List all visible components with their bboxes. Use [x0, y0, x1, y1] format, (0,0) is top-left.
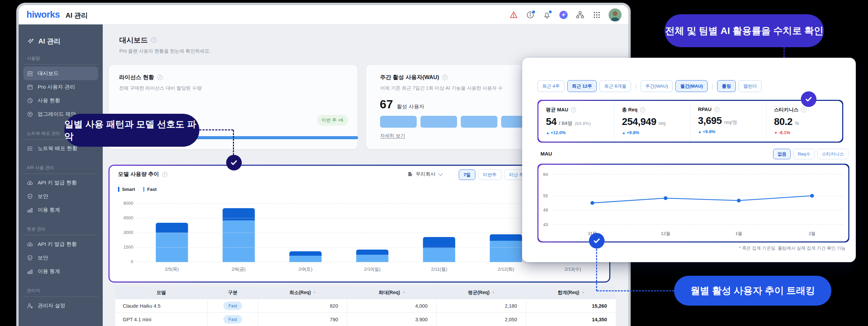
section-label: 관리자 [23, 286, 98, 297]
stat-label: 총 Req [622, 107, 690, 113]
sidebar-item-usage-status[interactable]: 사용 현황 [23, 94, 98, 107]
sidebar-item-security[interactable]: 보안 [23, 189, 98, 203]
col-max-sort[interactable]: 최대(Req) [347, 286, 437, 299]
check-badge [226, 155, 242, 170]
col-avg-sort[interactable]: 평균(Req) [437, 286, 526, 299]
check-badge [589, 233, 605, 249]
range-7d-button[interactable]: 7일 [459, 169, 475, 180]
avatar[interactable] [609, 8, 622, 21]
sidebar-item-pro-users[interactable]: Pro 사용자 관리 [23, 80, 98, 94]
stat-value: 54 / 84명 (64.8%) [546, 116, 614, 127]
tab-rolling[interactable]: 롤링 [717, 80, 736, 92]
mau-btn-none[interactable]: 없음 [773, 149, 791, 159]
kpi-stats-box: 평균 MAU 54 / 84명 (64.8%) +12.0% 총 Req 254… [537, 100, 843, 143]
bar-group[interactable]: 2/11(월) [406, 204, 473, 262]
tab-divider [635, 83, 636, 89]
sidebar-title: AI 관리 [23, 37, 98, 46]
chart-footnote: * 축은 집계 기준일. 툴팁에서 실제 집계 기간 확인 가능 [739, 245, 846, 251]
ai-assistant-icon[interactable] [559, 10, 568, 20]
tab-weekly-wau[interactable]: 주간(WAU) [640, 80, 673, 92]
company-selector[interactable]: 우리회사 [407, 171, 441, 177]
bar-segment-smart [490, 234, 522, 241]
bar-segment-fast [423, 248, 455, 262]
apps-grid-icon[interactable] [592, 10, 601, 20]
period-tabs: 최근 4주 최근 12주 최근 6개월 주간(WAU) 월간(MAU) 롤링 캘… [537, 80, 762, 92]
info-icon[interactable] [714, 107, 719, 112]
stat-total-req: 총 Req 254,949 req +9.8% [614, 101, 690, 142]
bar-group[interactable]: 2/6(금) [205, 204, 272, 262]
warning-icon[interactable] [509, 10, 518, 20]
org-chart-icon[interactable] [575, 10, 585, 20]
info-icon[interactable] [157, 75, 163, 80]
mau-btn-req[interactable]: Req수 [793, 149, 815, 159]
callout-left: 일별 사용 패턴과 모델 선호도 파악 [64, 114, 199, 147]
info-icon[interactable] [640, 107, 645, 112]
tab-divider [712, 83, 713, 89]
sidebar-item-dashboard[interactable]: 대시보드 [23, 67, 98, 80]
bar-segment-smart [356, 250, 388, 255]
tab-recent-6m[interactable]: 최근 6개월 [599, 80, 631, 92]
table-row[interactable]: Claude Haiku 4.5 Fast 820 4,000 2,180 15… [115, 299, 616, 313]
sidebar-item-api-keys[interactable]: API 키 발급 현황 [23, 176, 98, 189]
y-tick-label: 3000 [116, 230, 133, 235]
stat-label: 스티키니스 [774, 107, 842, 113]
sidebar-item-chatbot-security[interactable]: 보안 [23, 251, 98, 265]
wau-segment [420, 116, 457, 128]
sidebar-item-admin-settings[interactable]: 관리자 설정 [23, 299, 98, 312]
tab-recent-4w[interactable]: 최근 4주 [537, 80, 565, 92]
hiworks-logo[interactable]: hiworks [26, 10, 60, 20]
notification-dot [549, 11, 552, 13]
sidebar-item-usage-stats[interactable]: 이용 통계 [23, 203, 98, 217]
col-min-sort[interactable]: 최소(Req) [258, 286, 347, 299]
wau-detail-link[interactable]: 자세히 보기 [380, 133, 405, 139]
bar-stats-icon [27, 268, 33, 275]
stat-value: 80.2 % [774, 116, 842, 127]
wau-segment [461, 116, 497, 128]
bar-stats-icon [27, 207, 33, 213]
table-row[interactable]: GPT 4.1 mini Fast 790 3.900 2,050 14,350 [115, 313, 616, 326]
card-title: 주간 활성 사용자(WAU) [380, 74, 448, 81]
x-tick-label: 2/11(월) [406, 266, 473, 272]
bell-icon[interactable] [542, 10, 552, 20]
x-tick-label: 2/9(토) [272, 266, 339, 272]
chart-title: 모델 사용량 추이 [118, 171, 167, 178]
info-icon[interactable] [442, 75, 448, 80]
cell-min: 820 [258, 299, 347, 313]
x-tick-label: 2/5(목) [138, 266, 205, 272]
tab-calendar[interactable]: 캘린더 [738, 80, 762, 92]
card-title: 라이선스 현황 [119, 74, 163, 81]
x-tick-label: 2/10(일) [339, 266, 406, 272]
sidebar-item-chatbot-usage-stats[interactable]: 이용 통계 [23, 265, 98, 278]
callout-bottom: 월별 활성 사용자 추이 트래킹 [674, 276, 831, 306]
stat-avg-mau: 평균 MAU 54 / 84명 (64.8%) +12.0% [538, 101, 614, 142]
mau-btn-stickiness[interactable]: 스티키니스 [817, 149, 848, 159]
stat-label: 평균 MAU [546, 107, 614, 113]
info-icon[interactable] [571, 107, 576, 112]
y-tick-label: 1500 [116, 244, 133, 250]
kpi-stats-row: 평균 MAU 54 / 84명 (64.8%) +12.0% 총 Req 254… [538, 101, 842, 142]
tab-recent-12w[interactable]: 최근 12주 [567, 80, 597, 92]
info-icon[interactable] [151, 37, 157, 43]
range-this-week-button[interactable]: 이번주 [478, 169, 501, 180]
info-icon[interactable] [526, 10, 535, 20]
info-icon[interactable] [801, 107, 806, 112]
bar-group[interactable]: 2/9(토) [272, 204, 339, 262]
bar-segment-smart [289, 251, 321, 256]
connector-dash [784, 47, 785, 58]
col-total-sort[interactable]: 합계(Req) [526, 286, 616, 299]
kpi-stats-inner: 평균 MAU 54 / 84명 (64.8%) +12.0% 총 Req 254… [538, 101, 842, 142]
sidebar-item-chatbot-api-keys[interactable]: API 키 발급 현황 [23, 237, 98, 251]
svg-text:49: 49 [543, 208, 548, 213]
cell-type: Fast [208, 299, 258, 313]
y-tick-label: 6000 [116, 201, 133, 206]
info-icon[interactable] [162, 172, 167, 177]
tab-monthly-mau[interactable]: 월간(MAU) [675, 80, 708, 92]
stat-value: 254,949 req [622, 116, 690, 127]
connector-dash [233, 130, 234, 155]
bar-group[interactable]: 2/5(목) [138, 204, 205, 262]
section-label: API 사용 관리 [23, 163, 98, 174]
page-title: 대시보드 [119, 35, 157, 45]
stacked-bar [356, 250, 388, 262]
cell-max: 3.900 [347, 313, 437, 326]
bar-group[interactable]: 2/10(일) [339, 204, 406, 262]
